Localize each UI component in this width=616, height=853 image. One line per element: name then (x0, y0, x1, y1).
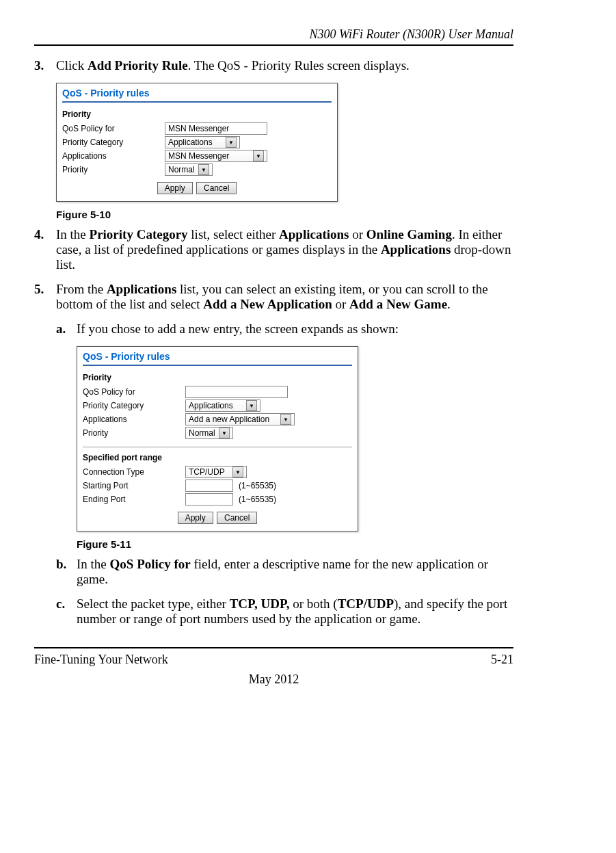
applications-select[interactable]: MSN Messenger ▼ (165, 150, 267, 162)
figure-5-10: QoS - Priority rules Priority QoS Policy… (56, 83, 513, 220)
panel-title: QoS - Priority rules (57, 83, 337, 100)
row-priority: Priority Normal ▼ (77, 426, 358, 440)
chevron-down-icon: ▼ (246, 400, 257, 411)
sub-step-b: b. In the QoS Policy for field, enter a … (56, 557, 513, 587)
step-5-number: 5. (34, 282, 56, 312)
select-value: Add a new Application (189, 415, 269, 424)
select-value: MSN Messenger (168, 151, 229, 161)
figure-5-11: QoS - Priority rules Priority QoS Policy… (77, 346, 513, 550)
text-bold: Add a New Application (203, 297, 332, 311)
priority-category-select[interactable]: Applications ▼ (165, 136, 240, 148)
cancel-button[interactable]: Cancel (196, 182, 237, 194)
label-ending-port: Ending Port (83, 495, 185, 504)
step-3-text: Click Add Priority Rule. The QoS - Prior… (56, 58, 513, 73)
sub-a-text: If you chose to add a new entry, the scr… (77, 321, 513, 337)
footer-date: May 2012 (34, 672, 513, 687)
row-ending-port: Ending Port (1~65535) (77, 493, 358, 506)
ending-port-hint: (1~65535) (239, 495, 276, 504)
row-qos-policy: QoS Policy for MSN Messenger (57, 122, 337, 135)
row-applications: Applications MSN Messenger ▼ (57, 149, 337, 163)
select-value: Applications (168, 137, 213, 147)
apply-button[interactable]: Apply (157, 182, 193, 194)
chevron-down-icon: ▼ (219, 428, 230, 438)
label-connection-type: Connection Type (83, 467, 185, 477)
sub-step-a: a. If you chose to add a new entry, the … (56, 321, 513, 337)
manual-title: N300 WiFi Router (N300R) User Manual (34, 27, 513, 42)
label-priority: Priority (62, 165, 165, 174)
row-applications: Applications Add a new Application ▼ (77, 412, 358, 426)
qos-policy-input[interactable]: MSN Messenger (165, 122, 267, 135)
sub-step-c: c. Select the packet type, either TCP, U… (56, 596, 513, 627)
panel-separator (83, 365, 352, 366)
text-bold: TCP, UDP, (230, 596, 290, 611)
text-bold: Applications (381, 242, 451, 257)
text: . (447, 297, 451, 311)
row-starting-port: Starting Port (1~65535) (77, 479, 358, 493)
sub-b-text: In the QoS Policy for field, enter a des… (77, 557, 513, 587)
panel-separator-thin (83, 447, 352, 447)
footer-page: 5-21 (491, 653, 513, 667)
apply-button[interactable]: Apply (178, 512, 213, 524)
row-priority-category: Priority Category Applications ▼ (77, 399, 358, 412)
text: or both ( (290, 596, 338, 611)
row-qos-policy: QoS Policy for (77, 385, 358, 399)
button-row: Apply Cancel (57, 182, 337, 194)
text-bold: Applications (107, 282, 176, 296)
footer-section: Fine-Tuning Your Network (34, 653, 168, 667)
step-3: 3. Click Add Priority Rule. The QoS - Pr… (34, 58, 513, 73)
row-priority-category: Priority Category Applications ▼ (57, 135, 337, 149)
starting-port-input[interactable] (185, 480, 233, 492)
priority-category-select[interactable]: Applications ▼ (185, 399, 260, 412)
add-priority-rule-label: Add Priority Rule (88, 58, 188, 73)
cancel-button[interactable]: Cancel (217, 512, 257, 524)
select-value: Applications (189, 401, 233, 410)
label-applications: Applications (83, 415, 185, 424)
figure-5-10-caption: Figure 5-10 (56, 209, 513, 220)
text: . The QoS - Priority Rules screen displa… (188, 58, 410, 73)
text-bold: Online Gaming (366, 227, 452, 241)
select-value: Normal (189, 428, 215, 438)
ending-port-input[interactable] (185, 493, 233, 506)
priority-select[interactable]: Normal ▼ (185, 427, 233, 439)
step-3-number: 3. (34, 58, 56, 73)
chevron-down-icon: ▼ (198, 164, 209, 175)
panel-title: QoS - Priority rules (77, 347, 358, 363)
row-connection-type: Connection Type TCP/UDP ▼ (77, 465, 358, 479)
step-4-number: 4. (34, 227, 56, 272)
priority-section-label: Priority (77, 373, 358, 385)
label-priority-category: Priority Category (62, 137, 165, 147)
step-5-text: From the Applications list, you can sele… (56, 282, 513, 312)
panel-separator (62, 101, 332, 103)
text: or (332, 297, 349, 311)
sub-c-text: Select the packet type, either TCP, UDP,… (77, 596, 513, 627)
label-starting-port: Starting Port (83, 481, 185, 490)
starting-port-hint: (1~65535) (239, 481, 276, 490)
button-row: Apply Cancel (77, 512, 358, 524)
text-bold: Add a New Game (349, 297, 447, 311)
header-rule (34, 44, 513, 46)
applications-select[interactable]: Add a new Application ▼ (185, 413, 295, 425)
footer-rule (34, 647, 513, 648)
chevron-down-icon: ▼ (280, 414, 291, 425)
footer: Fine-Tuning Your Network 5-21 (34, 653, 513, 667)
select-value: Normal (168, 165, 195, 174)
connection-type-select[interactable]: TCP/UDP ▼ (185, 466, 247, 478)
sub-a-number: a. (56, 321, 77, 337)
chevron-down-icon: ▼ (232, 467, 243, 477)
step-5: 5. From the Applications list, you can s… (34, 282, 513, 312)
figure-5-11-caption: Figure 5-11 (77, 538, 513, 550)
qos-screenshot-1: QoS - Priority rules Priority QoS Policy… (56, 83, 338, 202)
label-qos-policy: QoS Policy for (62, 124, 165, 133)
priority-section-label: Priority (57, 109, 337, 122)
priority-select[interactable]: Normal ▼ (165, 163, 213, 176)
text: or (349, 227, 366, 241)
text: list, select either (188, 227, 279, 241)
step-4-text: In the Priority Category list, select ei… (56, 227, 513, 272)
qos-policy-input[interactable] (185, 386, 288, 398)
label-applications: Applications (62, 151, 165, 161)
text: In the (56, 227, 90, 241)
text: Select the packet type, either (77, 596, 230, 611)
text-bold: TCP/UDP (338, 596, 394, 611)
label-qos-policy: QoS Policy for (83, 387, 185, 397)
step-4: 4. In the Priority Category list, select… (34, 227, 513, 272)
